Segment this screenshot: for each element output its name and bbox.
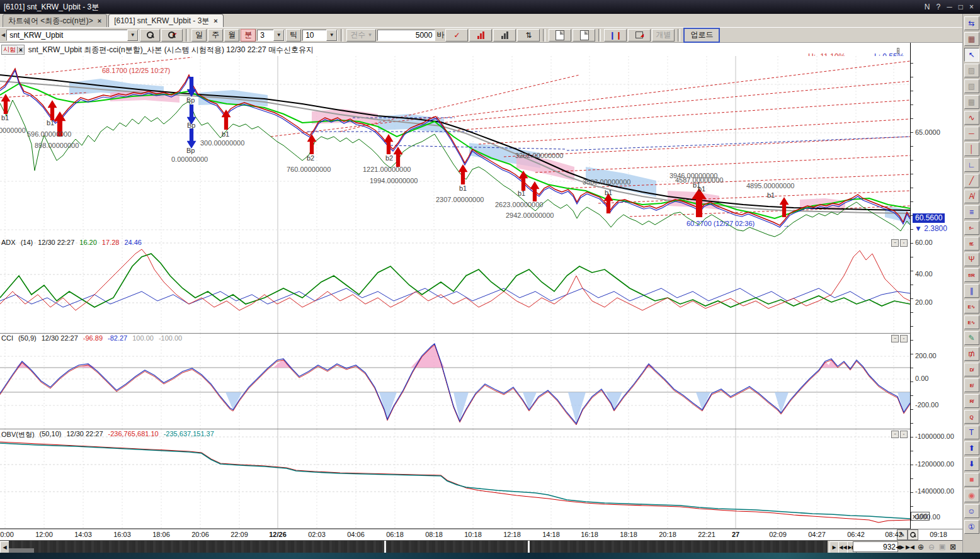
circle-marker-icon[interactable]: ◉ bbox=[964, 488, 979, 502]
chart-annotation: 0000000 bbox=[0, 127, 26, 134]
vertical-line-icon[interactable]: │ bbox=[964, 142, 979, 156]
adx-panel[interactable]: ADX(14)12/30 22:2716.2017.2824.46 −▫ bbox=[0, 238, 910, 334]
tab-close-icon[interactable]: × bbox=[214, 17, 217, 25]
indicator-book-button[interactable]: ❙❙ bbox=[604, 29, 627, 42]
count-input[interactable]: 5000 bbox=[377, 30, 435, 41]
fibo-fan-icon[interactable]: f⌐ bbox=[964, 221, 979, 235]
navigator-marker[interactable] bbox=[384, 541, 386, 553]
period-month-button[interactable]: 월 bbox=[224, 29, 239, 42]
mini-chart-icon[interactable]: ∿ bbox=[964, 111, 979, 125]
scroll-left-button[interactable]: ◀ bbox=[0, 541, 9, 553]
notify-button[interactable]: N bbox=[925, 3, 930, 11]
layout-grid-button[interactable]: ◢ bbox=[628, 29, 651, 42]
text-tool-icon[interactable]: A̸ bbox=[964, 189, 979, 203]
fibo-lines-icon[interactable]: ≡ bbox=[964, 205, 979, 219]
zoom-tool-button[interactable] bbox=[908, 529, 918, 540]
symbol-search-button[interactable]: ◤ bbox=[161, 29, 183, 42]
tab-close-icon[interactable]: × bbox=[98, 17, 101, 25]
pencil-icon[interactable]: ✎ bbox=[964, 331, 979, 345]
sort-button[interactable]: ⇅ bbox=[517, 29, 540, 42]
pitchfork-icon[interactable]: Ψ bbox=[964, 252, 979, 266]
volume-button[interactable] bbox=[493, 29, 516, 42]
chevron-down-icon[interactable]: ▼ bbox=[326, 30, 337, 41]
tab-chart-share[interactable]: 차트쉐어 <최종-cci(n번)> × bbox=[3, 14, 107, 27]
trendline-icon[interactable]: ╱ bbox=[964, 174, 979, 188]
fibo-arc-icon[interactable]: f₤ bbox=[964, 237, 979, 251]
obv-panel[interactable]: OBV(변형)(50,10)12/30 22:27-236,765,681.10… bbox=[0, 429, 910, 529]
upload-button[interactable]: 업로드 bbox=[683, 28, 720, 43]
text-label-icon[interactable]: T bbox=[964, 426, 979, 439]
panel-minimize-icon[interactable]: − bbox=[891, 239, 899, 247]
parallel-lines-icon[interactable]: ∥ bbox=[964, 284, 979, 298]
minute-value-combo[interactable]: 3 ▼ bbox=[257, 30, 285, 41]
axis-label: 0.00 bbox=[915, 375, 928, 382]
badge-close-icon[interactable]: × bbox=[17, 47, 24, 54]
square-marker-icon[interactable]: ■ bbox=[964, 473, 979, 487]
volume-profile-button[interactable] bbox=[469, 29, 492, 42]
zoom-out-button[interactable]: ⊖ bbox=[927, 541, 936, 552]
hatch-e-icon[interactable]: E̸ bbox=[964, 378, 979, 392]
panel-minimize-icon[interactable]: − bbox=[891, 335, 899, 342]
count-button[interactable]: 건수 ▼ bbox=[346, 29, 376, 42]
cursor-icon[interactable]: ↖ bbox=[964, 48, 979, 62]
panel-close-icon[interactable]: ▫ bbox=[900, 239, 908, 247]
hatch-d-icon[interactable]: D̸ bbox=[964, 363, 979, 376]
chart-copy-button[interactable]: R bbox=[573, 29, 595, 42]
bar-count-input[interactable] bbox=[853, 541, 898, 552]
individual-button[interactable]: 개별 bbox=[652, 29, 675, 42]
panel-restore-icon[interactable]: ▫ bbox=[897, 48, 899, 54]
zoom-in-button[interactable]: ⊕ bbox=[916, 541, 925, 552]
minimize-button[interactable]: ─ bbox=[947, 3, 952, 11]
hatch-r-icon[interactable]: R̸ bbox=[964, 394, 979, 408]
tab-current-chart[interactable]: [6101] snt_KRW_Upbit - 3분 × bbox=[108, 14, 224, 27]
panel-minimize-icon[interactable]: − bbox=[891, 431, 899, 438]
bar-label: 바 bbox=[436, 30, 444, 40]
fibo-retrace-icon[interactable]: f/R bbox=[964, 268, 979, 282]
panel-close-icon[interactable]: ▫ bbox=[900, 335, 908, 342]
pattern-grid-icon[interactable]: ▦ bbox=[964, 32, 979, 46]
cci-panel[interactable]: CCI(50,9)12/30 22:27-96.89-82.27100.00-1… bbox=[0, 334, 910, 429]
close-button[interactable]: × bbox=[969, 3, 974, 11]
hand-icon[interactable]: ▩ bbox=[964, 95, 979, 109]
zoom-area-icon[interactable]: ▧ bbox=[964, 79, 979, 93]
angle-line-icon[interactable]: ∟ bbox=[964, 158, 979, 172]
new-chart-button[interactable] bbox=[549, 29, 571, 42]
arrow-down-icon[interactable]: ⬇ bbox=[964, 457, 979, 471]
play-button[interactable]: ▶ bbox=[829, 541, 839, 553]
indicator-badge[interactable]: 시험 × bbox=[1, 45, 25, 55]
panel-close-icon[interactable]: ▫ bbox=[900, 431, 908, 438]
close-panel-button[interactable]: ⊠ bbox=[949, 541, 957, 552]
symbol-combo[interactable]: snt_KRW_Upbit ▼ bbox=[6, 30, 139, 41]
expand-button[interactable]: ▣ bbox=[938, 541, 947, 552]
chevron-down-icon[interactable]: ▼ bbox=[273, 30, 284, 41]
collapse-arrow-icon[interactable]: ◀ bbox=[1, 32, 5, 38]
chart-annotation: 1994.00000000 bbox=[370, 177, 418, 184]
price-panel[interactable]: 68.1700 (12/25 10:27)b10000000596.000000… bbox=[0, 56, 910, 239]
tick-button[interactable]: 틱 bbox=[286, 29, 301, 42]
pattern-lh-icon[interactable]: ₥ bbox=[964, 347, 979, 361]
elliott-wave-icon[interactable]: E∿ bbox=[964, 300, 979, 313]
go-end-button[interactable]: ▶◀ bbox=[906, 541, 914, 552]
period-week-button[interactable]: 주 bbox=[208, 29, 223, 42]
quote-icon[interactable]: Q̲ bbox=[964, 410, 979, 424]
search-button[interactable] bbox=[140, 29, 160, 42]
tick-value-combo[interactable]: 10 ▼ bbox=[302, 30, 338, 41]
period-minute-button[interactable]: 분 bbox=[241, 29, 256, 42]
help-button[interactable]: ? bbox=[937, 3, 941, 11]
navigator-marker[interactable] bbox=[528, 541, 530, 553]
split-view-button[interactable]: ◀▶ bbox=[896, 541, 904, 552]
horizontal-line-icon[interactable]: ─ bbox=[964, 127, 979, 140]
crosshair-icon[interactable]: ▨ bbox=[964, 64, 979, 77]
rewind-button[interactable]: ◀◀ bbox=[838, 541, 848, 553]
smiley-icon[interactable]: ☺ bbox=[964, 504, 979, 518]
refresh-icon[interactable]: ⇆ bbox=[964, 16, 979, 30]
signal-line-button[interactable]: ✓ bbox=[445, 29, 468, 42]
price-axis[interactable]: 65.0000 60.5600 ▼ 2.3800 x100 60.0040.00… bbox=[910, 43, 963, 540]
chevron-down-icon[interactable]: ▼ bbox=[127, 30, 138, 41]
period-day-button[interactable]: 일 bbox=[191, 29, 207, 42]
navigator-strip[interactable] bbox=[9, 541, 828, 553]
elliott-wave2-icon[interactable]: E∿ bbox=[964, 315, 979, 329]
maximize-button[interactable]: □ bbox=[959, 3, 963, 11]
arrow-up-icon[interactable]: ⬆ bbox=[964, 441, 979, 455]
circled-one-icon[interactable]: ① bbox=[964, 520, 979, 534]
